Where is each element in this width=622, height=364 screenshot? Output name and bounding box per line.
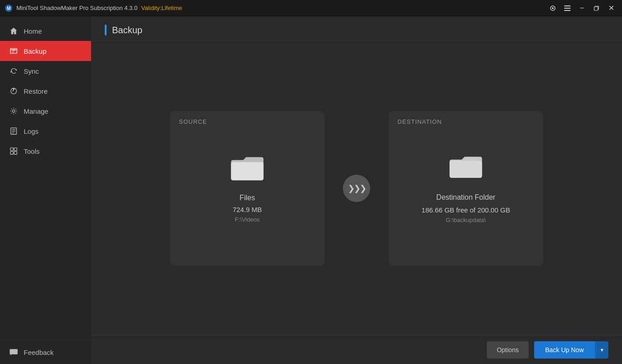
sidebar-item-tools[interactable]: Tools [0,141,91,161]
destination-path: G:\backupdata\ [446,217,486,223]
sync-icon [9,66,18,76]
sidebar: Home Backup Sync Restor [0,16,91,364]
close-button[interactable]: ✕ [605,2,617,15]
page-header: Backup [91,16,622,41]
sidebar-nav: Home Backup Sync Restor [0,21,91,340]
svg-rect-12 [10,148,13,151]
destination-name: Destination Folder [436,193,495,202]
svg-rect-7 [594,7,598,10]
backup-content: SOURCE Files 724.9 MB F:\Videos [91,41,622,335]
backup-now-group: Back Up Now ▾ [534,341,608,359]
restore-icon [9,86,18,96]
source-name: Files [240,194,255,202]
sidebar-label-restore: Restore [24,87,48,95]
sidebar-item-sync[interactable]: Sync [0,61,91,81]
title-bar-left: M MiniTool ShadowMaker Pro Subscription … [5,4,182,12]
destination-free: 186.66 GB free of 200.00 GB [422,206,510,214]
window-controls: − ✕ [546,2,617,15]
svg-rect-15 [14,152,17,154]
sidebar-item-backup[interactable]: Backup [0,41,91,61]
svg-rect-16 [10,349,17,354]
dropdown-arrow-icon: ▾ [601,347,603,353]
source-card[interactable]: SOURCE Files 724.9 MB F:\Videos [170,111,325,266]
minimize-button[interactable]: − [576,2,588,15]
source-path: F:\Videos [235,216,260,223]
app-logo-icon: M [5,4,13,12]
sidebar-label-tools: Tools [24,147,40,155]
home-icon [9,26,18,35]
menu-button[interactable] [561,2,574,15]
svg-rect-4 [564,5,571,6]
source-folder-icon [229,153,265,185]
svg-rect-8 [10,49,17,54]
pin-button[interactable] [546,2,559,15]
feedback-button[interactable]: Feedback [9,348,82,357]
svg-point-3 [552,7,554,9]
svg-rect-6 [564,10,571,11]
logs-icon [9,126,18,136]
header-accent [105,25,107,35]
options-button[interactable]: Options [487,341,529,359]
title-bar: M MiniTool ShadowMaker Pro Subscription … [0,0,622,16]
backup-icon [9,46,18,56]
sidebar-item-home[interactable]: Home [0,21,91,41]
restore-button[interactable] [590,2,603,15]
manage-icon [9,106,18,116]
bottom-toolbar: Options Back Up Now ▾ [91,335,622,364]
sidebar-item-manage[interactable]: Manage [0,101,91,121]
sidebar-label-sync: Sync [24,67,39,75]
destination-folder-icon [448,153,484,184]
sidebar-item-restore[interactable]: Restore [0,81,91,101]
arrow-indicator: ❯❯❯ [343,175,370,202]
content-area: Backup SOURCE Files [91,16,622,364]
page-title: Backup [112,25,143,35]
app-body: Home Backup Sync Restor [0,16,622,364]
source-label: SOURCE [179,118,207,125]
svg-rect-14 [10,152,13,154]
backup-now-dropdown[interactable]: ▾ [595,341,608,359]
svg-rect-13 [14,148,17,151]
svg-rect-5 [564,8,571,9]
sidebar-label-logs: Logs [24,127,39,135]
destination-card[interactable]: DESTINATION Destination Folder 186.66 GB… [388,111,543,266]
sidebar-footer: Feedback [0,340,91,364]
sidebar-item-logs[interactable]: Logs [0,121,91,141]
app-validity: Validity:Lifetime [141,5,182,11]
destination-label: DESTINATION [398,118,442,125]
sidebar-label-home: Home [24,27,42,35]
svg-point-10 [12,110,15,112]
sidebar-label-backup: Backup [24,47,46,55]
tools-icon [9,147,18,156]
arrow-icon: ❯❯❯ [348,183,366,193]
svg-text:M: M [7,6,10,11]
app-title: MiniTool ShadowMaker Pro Subscription 4.… [16,5,138,11]
source-size: 724.9 MB [233,206,262,213]
sidebar-label-manage: Manage [24,107,48,115]
backup-now-button[interactable]: Back Up Now [534,341,595,359]
feedback-icon [9,348,18,357]
feedback-label: Feedback [24,349,54,356]
